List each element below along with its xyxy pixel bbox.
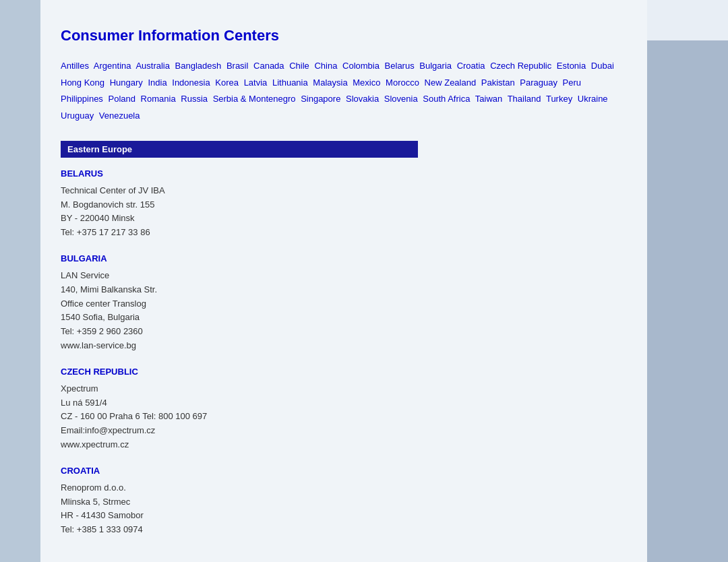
sidebar-right	[647, 0, 728, 562]
nav-link-ukraine[interactable]: Ukraine	[578, 94, 608, 104]
nav-link-latvia[interactable]: Latvia	[244, 77, 268, 88]
nav-link-peru[interactable]: Peru	[563, 77, 581, 88]
countries-list: BELARUSTechnical Center of JV IBA M. Bog…	[61, 168, 627, 537]
page-title: Consumer Information Centers	[61, 27, 627, 44]
nav-link-china[interactable]: China	[314, 61, 337, 71]
country-heading: BULGARIA	[61, 253, 627, 263]
nav-link-poland[interactable]: Poland	[109, 94, 135, 104]
nav-link-australia[interactable]: Australia	[135, 61, 170, 71]
country-heading: BELARUS	[61, 168, 627, 179]
nav-link-slovenia[interactable]: Slovenia	[384, 94, 418, 104]
nav-link-paraguay[interactable]: Paraguay	[520, 77, 557, 88]
country-block-bulgaria: BULGARIALAN Service 140, Mimi Balkanska …	[61, 253, 627, 353]
nav-link-bulgaria[interactable]: Bulgaria	[419, 61, 452, 71]
country-heading: CROATIA	[61, 466, 627, 476]
section-header: Eastern Europe	[61, 141, 418, 158]
nav-link-korea[interactable]: Korea	[215, 77, 239, 88]
nav-link-estonia[interactable]: Estonia	[557, 61, 586, 71]
nav-link-thailand[interactable]: Thailand	[508, 94, 541, 104]
nav-link-philippines[interactable]: Philippines	[61, 94, 103, 104]
nav-link-brasil[interactable]: Brasil	[226, 61, 249, 71]
nav-link-mexico[interactable]: Mexico	[353, 77, 380, 88]
sidebar-left	[0, 0, 40, 562]
nav-link-indonesia[interactable]: Indonesia	[172, 77, 210, 88]
nav-link-india[interactable]: India	[148, 77, 166, 88]
nav-link-canada[interactable]: Canada	[253, 61, 284, 71]
nav-link-south-africa[interactable]: South Africa	[423, 94, 470, 104]
nav-link-pakistan[interactable]: Pakistan	[481, 77, 515, 88]
nav-link-russia[interactable]: Russia	[181, 94, 208, 104]
nav-link-serbia--montenegro[interactable]: Serbia & Montenegro	[213, 94, 296, 104]
nav-link-morocco[interactable]: Morocco	[386, 77, 419, 88]
page-layout: Consumer Information Centers Antilles Ar…	[0, 0, 728, 562]
links-section: Antilles Argentina Australia Bangladesh …	[61, 58, 627, 125]
nav-link-argentina[interactable]: Argentina	[94, 61, 131, 71]
nav-link-malaysia[interactable]: Malaysia	[313, 77, 347, 88]
nav-link-slovakia[interactable]: Slovakia	[346, 94, 379, 104]
nav-link-taiwan[interactable]: Taiwan	[475, 94, 502, 104]
nav-link-venezuela[interactable]: Venezuela	[99, 111, 140, 121]
nav-link-bangladesh[interactable]: Bangladesh	[175, 61, 222, 71]
nav-link-antilles[interactable]: Antilles	[61, 61, 89, 71]
nav-link-colombia[interactable]: Colombia	[342, 61, 380, 71]
country-heading: CZECH REPUBLIC	[61, 367, 627, 377]
nav-link-belarus[interactable]: Belarus	[385, 61, 415, 71]
nav-link-new-zealand[interactable]: New Zealand	[425, 77, 477, 88]
nav-link-hong-kong[interactable]: Hong Kong	[61, 77, 104, 88]
nav-link-chile[interactable]: Chile	[289, 61, 309, 71]
nav-link-uruguay[interactable]: Uruguay	[61, 111, 94, 121]
nav-link-hungary[interactable]: Hungary	[110, 77, 143, 88]
country-block-belarus: BELARUSTechnical Center of JV IBA M. Bog…	[61, 168, 627, 240]
main-content: Consumer Information Centers Antilles Ar…	[40, 0, 647, 562]
nav-link-lithuania[interactable]: Lithuania	[272, 77, 308, 88]
nav-link-romania[interactable]: Romania	[141, 94, 176, 104]
country-details: Technical Center of JV IBA M. Bogdanovic…	[61, 184, 627, 240]
sidebar-right-top	[647, 0, 728, 40]
sidebar-right-mid	[647, 40, 728, 562]
country-details: Renoprom d.o.o. Mlinska 5, Strmec HR - 4…	[61, 481, 627, 537]
country-block-czech-republic: CZECH REPUBLICXpectrum Lu ná 591/4 CZ - …	[61, 367, 627, 452]
country-block-croatia: CROATIARenoprom d.o.o. Mlinska 5, Strmec…	[61, 466, 627, 537]
country-details: LAN Service 140, Mimi Balkanska Str. Off…	[61, 269, 627, 353]
nav-link-czech-republic[interactable]: Czech Republic	[490, 61, 551, 71]
nav-link-dubai[interactable]: Dubai	[591, 61, 614, 71]
nav-link-singapore[interactable]: Singapore	[301, 94, 340, 104]
country-details: Xpectrum Lu ná 591/4 CZ - 160 00 Praha 6…	[61, 382, 627, 452]
nav-link-turkey[interactable]: Turkey	[546, 94, 572, 104]
nav-link-croatia[interactable]: Croatia	[457, 61, 485, 71]
